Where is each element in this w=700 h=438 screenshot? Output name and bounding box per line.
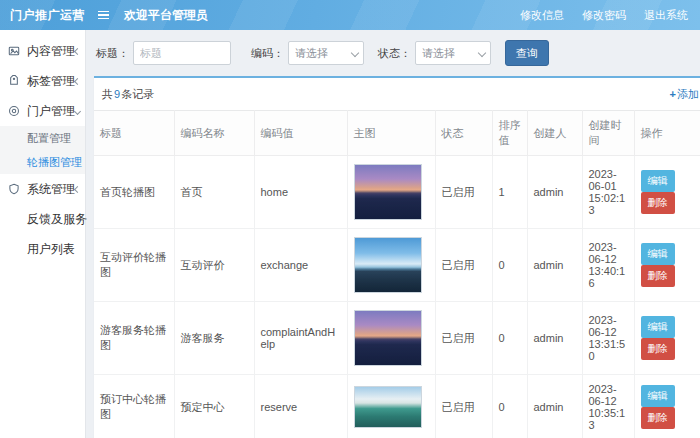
cell-main-image <box>347 156 435 229</box>
cell-created: 2023-06-0115:02:13 <box>582 156 634 229</box>
edit-button[interactable]: 编辑 <box>641 243 675 265</box>
cell-creator: admin <box>527 229 582 302</box>
cell-sort: 0 <box>492 375 527 438</box>
cell-title: 游客服务轮播图 <box>94 302 174 375</box>
edit-button[interactable]: 编辑 <box>641 385 675 407</box>
status-select-wrap: 请选择 <box>415 41 491 65</box>
main-content: 标题： 编码： 请选择 状态： 请选择 查询 共9条记录 <box>86 30 700 438</box>
sunset-pier-photo <box>354 164 422 220</box>
cell-creator: admin <box>527 156 582 229</box>
chevron-left-icon <box>74 185 81 192</box>
sidebar-item-label: 内容管理 <box>27 43 75 60</box>
col-status: 状态 <box>435 111 492 156</box>
col-title: 标题 <box>94 111 174 156</box>
cell-code-name: 互动评价 <box>174 229 254 302</box>
sidebar-item-content-mgmt[interactable]: 内容管理 <box>0 36 85 66</box>
chevron-left-icon <box>74 47 81 54</box>
cell-code-name: 预定中心 <box>174 375 254 438</box>
code-select-wrap: 请选择 <box>288 41 364 65</box>
cell-code-name: 首页 <box>174 156 254 229</box>
cell-title: 首页轮播图 <box>94 156 174 229</box>
delete-button[interactable]: 删除 <box>641 338 675 360</box>
search-filter-bar: 标题： 编码： 请选择 状态： 请选择 查询 <box>96 40 700 66</box>
portal-submenu: 配置管理 轮播图管理 <box>0 126 85 174</box>
delete-button[interactable]: 删除 <box>641 407 675 429</box>
status-select[interactable]: 请选择 <box>415 41 491 65</box>
cell-title: 预订中心轮播图 <box>94 375 174 438</box>
cell-main-image <box>347 375 435 438</box>
records-count: 9 <box>113 88 121 100</box>
delete-button[interactable]: 删除 <box>641 192 675 214</box>
cell-actions: 编辑 删除 <box>634 156 700 229</box>
sidebar-item-label: 标签管理 <box>27 73 75 90</box>
table-header-row: 标题 编码名称 编码值 主图 状态 排序值 创建人 创建时间 操作 <box>94 111 700 156</box>
cell-creator: admin <box>527 302 582 375</box>
cell-created: 2023-06-1213:31:50 <box>582 302 634 375</box>
hamburger-menu-icon[interactable] <box>90 0 116 30</box>
table-row: 预订中心轮播图 预定中心 reserve 已启用 0 admin 2023-06… <box>94 375 700 438</box>
col-actions: 操作 <box>634 111 700 156</box>
add-link[interactable]: +添加 <box>670 87 699 102</box>
table-row: 首页轮播图 首页 home 已启用 1 admin 2023-06-0115:0… <box>94 156 700 229</box>
edit-button[interactable]: 编辑 <box>641 316 675 338</box>
table-body: 首页轮播图 首页 home 已启用 1 admin 2023-06-0115:0… <box>94 156 700 438</box>
cell-main-image <box>347 229 435 302</box>
topbar-links: 修改信息 修改密码 退出系统 <box>520 8 700 23</box>
cell-actions: 编辑 删除 <box>634 375 700 438</box>
cell-created: 2023-06-1210:35:13 <box>582 375 634 438</box>
code-field-label: 编码： <box>251 46 284 61</box>
cell-created: 2023-06-1213:40:16 <box>582 229 634 302</box>
col-created: 创建时间 <box>582 111 634 156</box>
plus-icon: + <box>670 88 676 100</box>
cell-code-value: complaintAndHelp <box>254 302 347 375</box>
modify-info-link[interactable]: 修改信息 <box>520 8 564 23</box>
sidebar-item-carousel-mgmt[interactable]: 轮播图管理 <box>0 150 85 174</box>
sidebar-item-system-mgmt[interactable]: 系统管理 <box>0 174 85 204</box>
sidebar-item-tag-mgmt[interactable]: 标签管理 <box>0 66 85 96</box>
top-navbar: 门户推广运营 欢迎平台管理员 修改信息 修改密码 退出系统 <box>0 0 700 30</box>
table-row: 游客服务轮播图 游客服务 complaintAndHelp 已启用 0 admi… <box>94 302 700 375</box>
sidebar-item-label: 门户管理 <box>27 103 75 120</box>
delete-button[interactable]: 删除 <box>641 265 675 287</box>
modify-password-link[interactable]: 修改密码 <box>582 8 626 23</box>
cell-sort: 1 <box>492 156 527 229</box>
code-select[interactable]: 请选择 <box>288 41 364 65</box>
sidebar-item-user-list[interactable]: 用户列表 <box>0 234 85 264</box>
sidebar-item-label: 反馈及服务 <box>27 211 87 228</box>
title-field-label: 标题： <box>96 46 129 61</box>
carousel-table: 标题 编码名称 编码值 主图 状态 排序值 创建人 创建时间 操作 首页轮播图 … <box>94 110 700 438</box>
sidebar-item-config-mgmt[interactable]: 配置管理 <box>0 126 85 150</box>
cell-status: 已启用 <box>435 156 492 229</box>
welcome-text: 欢迎平台管理员 <box>124 7 208 24</box>
cell-status: 已启用 <box>435 302 492 375</box>
col-main-image: 主图 <box>347 111 435 156</box>
sidebar-item-feedback-service[interactable]: 反馈及服务 <box>0 204 85 234</box>
records-summary: 共9条记录 <box>102 87 154 102</box>
sidebar-item-label: 系统管理 <box>27 181 75 198</box>
content-icon <box>8 45 22 57</box>
logout-link[interactable]: 退出系统 <box>644 8 688 23</box>
query-button[interactable]: 查询 <box>505 40 549 66</box>
cell-code-value: exchange <box>254 229 347 302</box>
sunset-pier-photo <box>354 310 422 366</box>
records-panel: 共9条记录 +添加 标题 编码名称 编码值 主图 状态 <box>94 76 700 438</box>
table-row: 互动评价轮播图 互动评价 exchange 已启用 0 admin 2023-0… <box>94 229 700 302</box>
cell-actions: 编辑 删除 <box>634 302 700 375</box>
col-code-name: 编码名称 <box>174 111 254 156</box>
tag-icon <box>8 75 22 87</box>
cell-sort: 0 <box>492 229 527 302</box>
sidebar-item-label: 用户列表 <box>27 241 79 258</box>
sidebar-item-portal-mgmt[interactable]: 门户管理 <box>0 96 85 126</box>
edit-button[interactable]: 编辑 <box>641 170 675 192</box>
col-code-value: 编码值 <box>254 111 347 156</box>
panel-header: 共9条记录 +添加 <box>94 78 700 110</box>
portal-icon <box>8 105 22 117</box>
shield-icon <box>8 183 22 195</box>
sidebar: 内容管理 标签管理 门户管理 配置管理 轮播图管理 系统管理 <box>0 30 86 438</box>
title-search-input[interactable] <box>133 41 231 65</box>
cell-code-value: home <box>254 156 347 229</box>
cell-code-value: reserve <box>254 375 347 438</box>
cell-actions: 编辑 删除 <box>634 229 700 302</box>
beach-resort-photo <box>354 386 422 428</box>
cell-sort: 0 <box>492 302 527 375</box>
